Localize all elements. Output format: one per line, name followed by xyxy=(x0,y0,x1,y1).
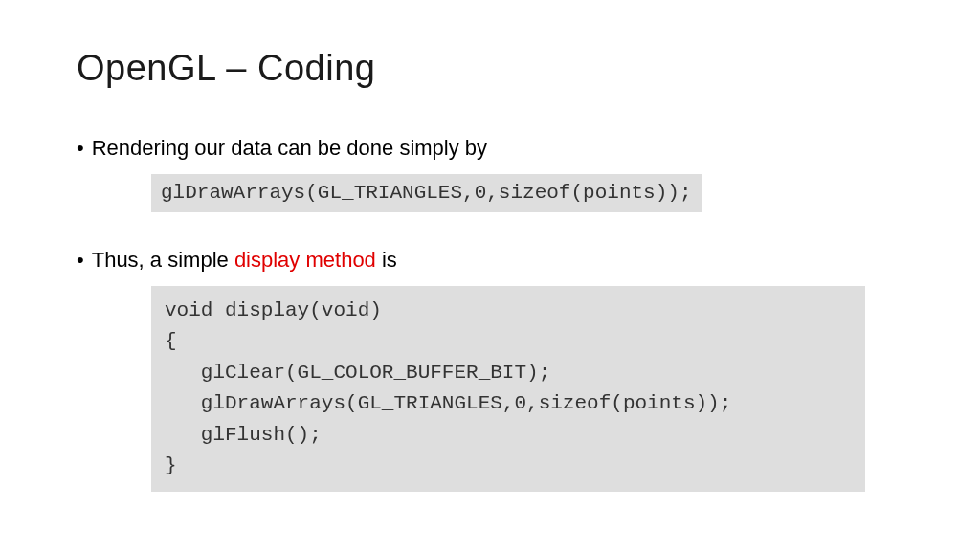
bullet-item-2: • Thus, a simple display method is xyxy=(77,247,903,275)
bullet2-prefix: Thus, a simple xyxy=(92,248,234,272)
bullet-item-1: • Rendering our data can be done simply … xyxy=(77,135,903,163)
code-block-1: glDrawArrays(GL_TRIANGLES,0,sizeof(point… xyxy=(151,174,702,213)
slide-title: OpenGL – Coding xyxy=(77,48,903,89)
bullet-dot-icon: • xyxy=(77,138,84,159)
bullet-dot-icon: • xyxy=(77,250,84,271)
bullet2-highlight: display method xyxy=(234,248,376,272)
bullet-text-1: Rendering our data can be done simply by xyxy=(92,135,487,163)
code-block-2: void display(void) { glClear(GL_COLOR_BU… xyxy=(151,286,865,492)
bullet-text-2: Thus, a simple display method is xyxy=(92,247,397,275)
bullet2-suffix: is xyxy=(376,248,397,272)
